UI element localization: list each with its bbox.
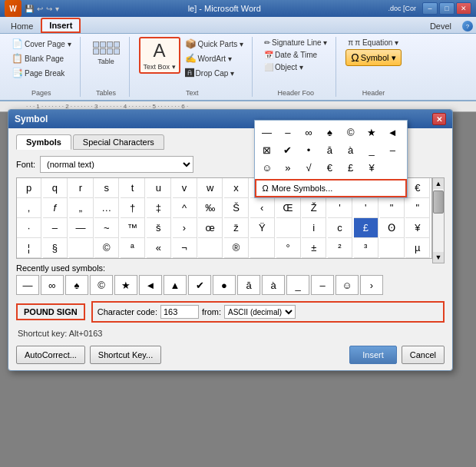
sym-copyright[interactable]: © <box>342 124 360 141</box>
minimize-button[interactable]: – <box>422 2 438 15</box>
sym-permille[interactable]: ‰ <box>198 198 223 218</box>
sym-macron[interactable] <box>250 238 275 258</box>
sym-i-lc[interactable]: i <box>302 218 326 238</box>
recent-3[interactable]: © <box>90 275 113 295</box>
from-select[interactable]: ASCII (decimal) ASCII (hex) Unicode (hex… <box>224 305 296 319</box>
symbol-scrollbar[interactable]: ▲ ▼ <box>432 177 445 263</box>
sym-spade[interactable]: ♠ <box>320 124 339 141</box>
sym-ydiaer[interactable]: Ÿ <box>250 218 275 238</box>
quick-parts-button[interactable]: 📦 Quick Parts ▾ <box>183 37 246 51</box>
sym-q[interactable]: q <box>43 178 68 198</box>
sym-bullet[interactable]: • <box>299 141 318 158</box>
sym-sup3[interactable]: ³ <box>354 238 378 258</box>
sym-zcaron-cap[interactable]: Ž <box>302 198 326 218</box>
sym-shy[interactable] <box>198 238 223 258</box>
tab-insert[interactable]: Insert <box>41 18 81 33</box>
maximize-button[interactable]: □ <box>439 2 455 15</box>
sym-rdquo[interactable]: " <box>405 198 430 218</box>
sym-plusminus[interactable]: ± <box>302 238 326 258</box>
sym-r4-blank2[interactable] <box>380 238 405 258</box>
wordart-button[interactable]: ✍ WordArt ▾ <box>183 51 246 65</box>
sym-scaron[interactable]: Š <box>224 198 249 218</box>
text-box-button[interactable]: A Text Box ▾ <box>139 37 180 74</box>
sym-zcaron-lc[interactable]: ž <box>224 218 249 238</box>
cover-page-button[interactable]: 📄 Cover Page ▾ <box>9 37 74 51</box>
symbol-button[interactable]: Ω Symbol ▾ <box>345 49 401 66</box>
equation-button[interactable]: π π Equation ▾ <box>345 37 401 48</box>
scroll-thumb[interactable] <box>433 190 444 214</box>
autocorrect-button[interactable]: AutoCorrect... <box>16 346 85 364</box>
tab-symbols[interactable]: Symbols <box>16 134 71 150</box>
recent-5[interactable]: ◄ <box>139 275 162 295</box>
recent-1[interactable]: ∞ <box>41 275 64 295</box>
sym-endash-r3[interactable]: – <box>43 218 68 238</box>
sym-infinity[interactable]: ∞ <box>299 124 318 141</box>
date-time-button[interactable]: 📅 Date & Time <box>262 49 329 61</box>
sym-agrave[interactable]: à <box>342 141 360 158</box>
insert-button[interactable]: Insert <box>349 346 397 364</box>
sym-yen[interactable]: ¥ <box>362 159 381 176</box>
table-button[interactable]: Table <box>90 37 123 67</box>
sym-pound[interactable]: £ <box>342 159 360 176</box>
sym-dash[interactable]: — <box>258 124 276 141</box>
sym-brokenbar[interactable]: ¦ <box>17 238 41 258</box>
sym-yen-r3[interactable]: ¥ <box>405 218 430 238</box>
recent-11[interactable]: _ <box>286 275 309 295</box>
recent-14[interactable]: › <box>360 275 383 295</box>
recent-8[interactable]: ● <box>213 275 236 295</box>
sym-f-italic[interactable]: f <box>43 198 68 218</box>
sym-endash[interactable]: – <box>279 124 297 141</box>
sym-bdquote[interactable]: „ <box>69 198 94 218</box>
sym-r4-blank[interactable] <box>69 238 94 258</box>
drop-cap-button[interactable]: 🅰 Drop Cap ▾ <box>183 66 246 80</box>
sym-p[interactable]: p <box>17 178 41 198</box>
sym-notsign[interactable]: ¬ <box>173 238 197 258</box>
more-symbols-button[interactable]: Ω More Symbols... <box>255 179 407 197</box>
scroll-down-btn[interactable]: ▼ <box>434 252 444 263</box>
sym-pound-selected[interactable]: £ <box>354 218 378 238</box>
recent-12[interactable]: – <box>311 275 334 295</box>
sym-tilde-r3[interactable]: ~ <box>94 218 119 238</box>
sym-section[interactable]: § <box>43 238 68 258</box>
sym-euro[interactable]: € <box>320 159 339 176</box>
tab-special-chars[interactable]: Special Characters <box>73 134 164 150</box>
sym-oe[interactable]: Œ <box>276 198 301 218</box>
tab-home[interactable]: Home <box>3 19 41 33</box>
blank-page-button[interactable]: 📋 Blank Page <box>9 51 74 65</box>
sym-ddagger[interactable]: ‡ <box>147 198 171 218</box>
sym-v[interactable]: v <box>173 178 197 198</box>
sym-tm[interactable]: ™ <box>121 218 145 238</box>
recent-9[interactable]: ă <box>237 275 260 295</box>
sym-ring[interactable]: ʘ <box>380 218 405 238</box>
sym-w[interactable]: w <box>198 178 223 198</box>
recent-10[interactable]: à <box>262 275 285 295</box>
sym-degree[interactable]: ° <box>276 238 301 258</box>
recent-0[interactable]: — <box>16 275 39 295</box>
sym-comma[interactable]: , <box>17 198 41 218</box>
sym-ellipsis[interactable]: … <box>94 198 119 218</box>
sym-reg[interactable]: ® <box>224 238 249 258</box>
sym-star[interactable]: ★ <box>362 124 381 141</box>
help-icon[interactable]: ? <box>462 21 473 31</box>
dialog-close-button[interactable]: ✕ <box>432 113 446 125</box>
office-button[interactable]: W <box>5 0 21 17</box>
sym-ldquo[interactable]: " <box>380 198 405 218</box>
sym-t[interactable]: t <box>121 178 145 198</box>
scroll-up-btn[interactable]: ▲ <box>434 178 444 189</box>
sym-copyr[interactable]: © <box>94 238 119 258</box>
sym-euro-row1[interactable]: € <box>405 178 430 198</box>
font-select[interactable]: (normal text) <box>40 156 193 173</box>
recent-7[interactable]: ✔ <box>188 275 211 295</box>
sym-left[interactable]: ◄ <box>383 124 402 141</box>
sym-space[interactable] <box>276 218 301 238</box>
sym-box[interactable]: ⊠ <box>258 141 276 158</box>
sym-lsquo[interactable]: ' <box>328 198 352 218</box>
signature-line-button[interactable]: ✏ Signature Line ▾ <box>262 37 329 48</box>
recent-13[interactable]: ☺ <box>336 275 359 295</box>
sym-rangle[interactable]: › <box>173 218 197 238</box>
sym-check[interactable]: ✔ <box>279 141 297 158</box>
sym-oe-lc[interactable]: œ <box>198 218 223 238</box>
recent-2[interactable]: ♠ <box>65 275 88 295</box>
sym-underscore[interactable]: _ <box>362 141 381 158</box>
sym-sqrt[interactable]: √ <box>299 159 318 176</box>
